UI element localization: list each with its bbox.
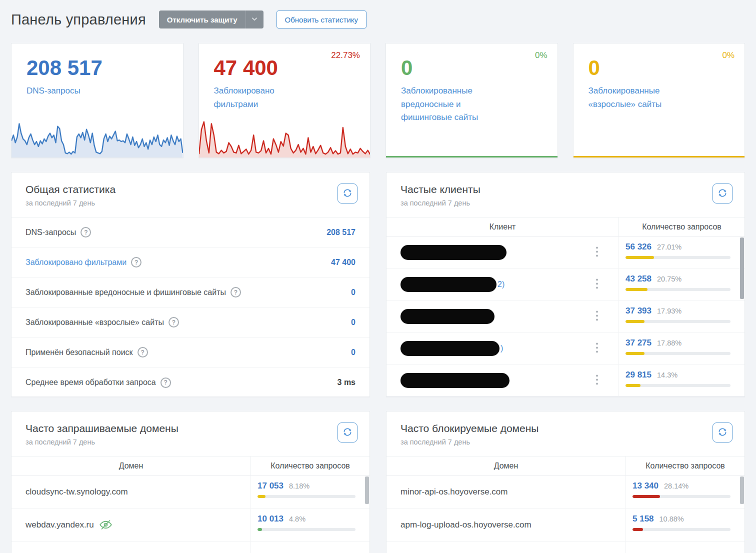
vertical-scrollbar-thumb[interactable] xyxy=(740,476,744,504)
progress-bar xyxy=(626,256,730,259)
client-name-cell[interactable]: ) xyxy=(386,332,618,364)
domain-name-cell xyxy=(12,542,250,553)
client-row: 29 81514.3% xyxy=(386,364,744,396)
progress-bar xyxy=(626,384,730,387)
request-count: 5 158 xyxy=(632,514,654,524)
progress-bar-fill xyxy=(626,256,654,259)
client-count-cell: 37 39317.93% xyxy=(618,300,744,332)
top-bar: Панель управления Отключить защиту Обнов… xyxy=(11,8,745,31)
help-icon[interactable] xyxy=(138,347,148,358)
panel-title: Частые клиенты xyxy=(400,184,730,196)
panel-refresh-button[interactable] xyxy=(712,422,732,442)
progress-bar xyxy=(258,528,356,531)
request-percent: 14.3% xyxy=(657,371,678,379)
request-count: 29 815 xyxy=(626,370,652,380)
vertical-scrollbar-thumb[interactable] xyxy=(740,238,744,299)
help-icon[interactable] xyxy=(168,317,179,328)
stat-card-blocked-filtering: 47 400 22.73% Заблокировано фильтрами xyxy=(198,43,371,158)
request-count: 17 053 xyxy=(258,481,284,491)
stat-row-value: 47 400 xyxy=(331,258,356,267)
panel-refresh-button[interactable] xyxy=(338,184,358,204)
kebab-menu-icon[interactable] xyxy=(596,310,598,322)
disable-protection-button[interactable]: Отключить защиту xyxy=(159,10,246,28)
stat-percent: 22.73% xyxy=(331,50,360,60)
column-header-count: Количество запросов xyxy=(626,456,744,475)
refresh-icon xyxy=(342,188,352,200)
stat-row-value: 3 ms xyxy=(338,378,356,387)
domains-table-body: cloudsync-tw.synology.com 17 0538.18% we… xyxy=(12,476,370,553)
protection-dropdown-toggle[interactable] xyxy=(246,10,264,28)
request-count: 13 340 xyxy=(632,481,658,491)
stat-value: 0 xyxy=(588,56,745,80)
general-stats-row: Заблокированные вредоносные и фишинговые… xyxy=(12,278,370,308)
stat-row-label: DNS-запросы xyxy=(26,228,76,237)
panel-refresh-button[interactable] xyxy=(712,184,732,204)
vertical-scrollbar-thumb[interactable] xyxy=(365,476,369,504)
help-icon[interactable] xyxy=(160,378,171,388)
progress-bar-fill xyxy=(626,352,644,355)
domain-name: minor-api-os.hoyoverse.com xyxy=(400,487,508,497)
stat-label[interactable]: DNS-запросы xyxy=(26,84,128,98)
request-percent: 4.8% xyxy=(289,515,306,523)
progress-bar xyxy=(258,495,356,498)
domain-name-cell: apm-log-upload-os.hoyoverse.com xyxy=(386,508,626,541)
refresh-statistics-button[interactable]: Обновить статистику xyxy=(276,10,367,28)
progress-bar-fill xyxy=(626,384,640,387)
stat-label[interactable]: Заблокированные «взрослые» сайты xyxy=(588,84,690,111)
progress-bar-fill xyxy=(632,495,660,498)
stat-card-adult-sites: 0 0% Заблокированные «взрослые» сайты xyxy=(573,43,746,158)
client-count-cell: 56 32627.01% xyxy=(618,236,744,268)
domain-row: cloudsync-tw.synology.com 17 0538.18% xyxy=(12,476,370,508)
redacted-client-name xyxy=(400,309,494,324)
domain-row: minor-api-os.hoyoverse.com 13 34028.14% xyxy=(386,476,744,508)
protection-button-group: Отключить защиту xyxy=(159,10,264,28)
refresh-icon xyxy=(718,427,728,438)
dashboard-page: Панель управления Отключить защиту Обнов… xyxy=(0,0,756,553)
stat-row-value: 0 xyxy=(351,348,356,357)
panel-subtitle: за последний 7 день xyxy=(400,199,730,207)
help-icon[interactable] xyxy=(230,287,241,298)
panel-title: Часто запрашиваемые домены xyxy=(26,422,356,434)
panel-subtitle: за последний 7 день xyxy=(26,438,356,446)
kebab-menu-icon[interactable] xyxy=(596,374,598,386)
stat-row-label: Среднее время обработки запроса xyxy=(26,378,156,387)
stat-label[interactable]: Заблокированные вредоносные и фишинговые… xyxy=(401,84,502,124)
card-accent-line xyxy=(574,156,745,158)
domain-row: webdav.yandex.ru 10 0134.8% xyxy=(12,508,370,542)
client-name-cell[interactable] xyxy=(386,364,618,396)
stat-row-label: Заблокированные «взрослые» сайты xyxy=(26,318,164,327)
domain-name: apm-log-upload-os.hoyoverse.com xyxy=(400,520,532,530)
request-percent: 17.88% xyxy=(657,339,682,347)
general-stats-row: Заблокировано фильтрами 47 400 xyxy=(12,248,370,278)
client-name-cell[interactable]: 2) xyxy=(386,268,618,300)
progress-bar-fill xyxy=(626,288,648,291)
panel-title: Часто блокируемые домены xyxy=(400,422,730,434)
domain-row-partial xyxy=(12,542,370,553)
middle-panels-row: Общая статистика за последний 7 день DNS… xyxy=(11,172,745,397)
kebab-menu-icon[interactable] xyxy=(596,246,598,258)
top-domains-panel: Часто запрашиваемые домены за последний … xyxy=(11,411,370,553)
request-count: 37 275 xyxy=(626,338,652,348)
client-row: 56 32627.01% xyxy=(386,236,744,268)
client-row: 2) 43 25820.75% xyxy=(386,268,744,300)
client-name-cell[interactable] xyxy=(386,300,618,332)
help-icon[interactable] xyxy=(131,257,142,268)
panel-refresh-button[interactable] xyxy=(338,422,358,442)
request-percent: 27.01% xyxy=(657,243,682,251)
progress-bar xyxy=(626,352,730,355)
table-column-headers: Клиент Количество запросов xyxy=(386,218,744,236)
column-header-domain: Домен xyxy=(12,456,250,475)
panel-header: Общая статистика за последний 7 день xyxy=(12,172,370,218)
stat-card-dns-requests: 208 517 DNS-запросы xyxy=(11,43,184,158)
client-name-cell[interactable] xyxy=(386,236,618,268)
column-header-domain: Домен xyxy=(386,456,626,475)
help-icon[interactable] xyxy=(80,227,91,238)
stat-row-label-link[interactable]: Заблокировано фильтрами xyxy=(26,258,126,267)
stat-label[interactable]: Заблокировано фильтрами xyxy=(214,84,316,111)
request-percent: 20.75% xyxy=(657,275,682,283)
kebab-menu-icon[interactable] xyxy=(596,342,598,354)
progress-bar xyxy=(632,495,730,498)
kebab-menu-icon[interactable] xyxy=(596,278,598,290)
progress-bar xyxy=(626,288,730,291)
general-stats-row: Среднее время обработки запроса 3 ms xyxy=(12,368,370,398)
